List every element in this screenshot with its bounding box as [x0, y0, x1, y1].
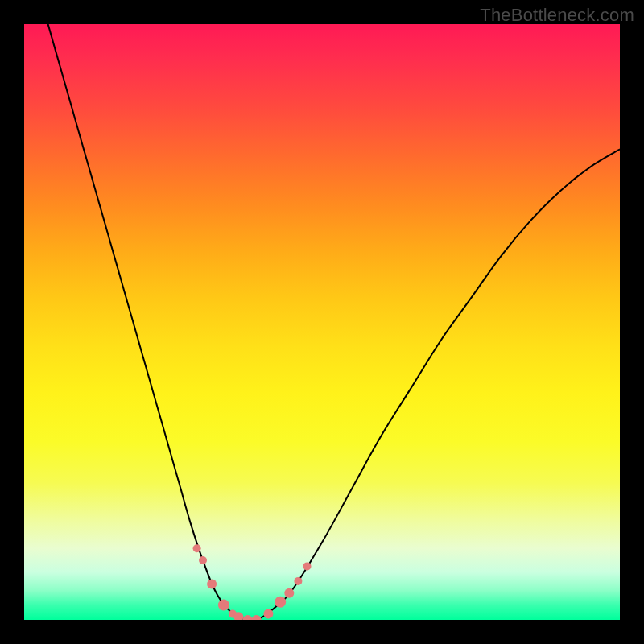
highlight-marker — [263, 609, 273, 619]
bottleneck-curve — [48, 24, 620, 620]
highlight-marker — [252, 615, 262, 620]
highlight-marker — [303, 562, 312, 570]
chart-frame: TheBottleneck.com — [0, 0, 644, 644]
highlight-marker — [284, 588, 294, 598]
highlight-marker — [193, 544, 201, 552]
highlight-marker — [218, 600, 229, 611]
watermark-label: TheBottleneck.com — [480, 5, 634, 26]
highlight-marker — [207, 580, 217, 589]
highlight-marker — [199, 556, 207, 564]
plot-area — [24, 24, 620, 620]
highlight-markers — [193, 544, 312, 620]
curve-svg — [24, 24, 620, 620]
highlight-marker — [294, 577, 302, 585]
highlight-marker — [243, 615, 253, 620]
highlight-marker — [275, 597, 286, 608]
